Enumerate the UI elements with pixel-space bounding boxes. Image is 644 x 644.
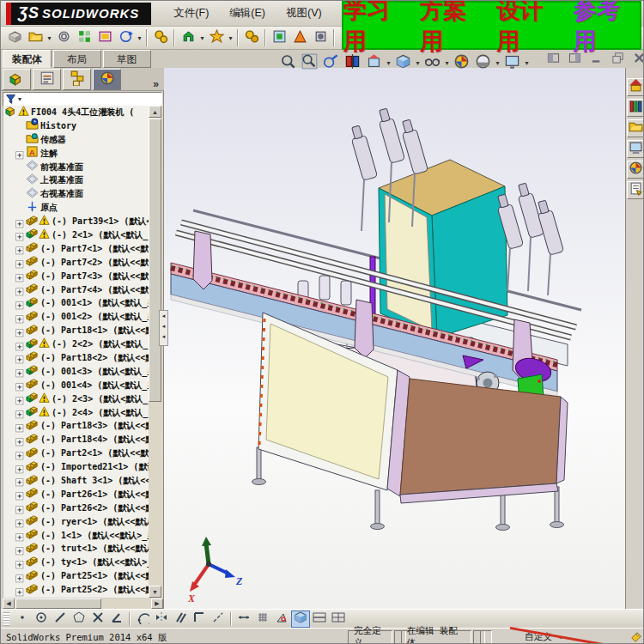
expand-icon[interactable] (15, 217, 25, 227)
gears-button[interactable] (241, 28, 262, 48)
mirror-button[interactable] (152, 611, 171, 628)
fm-tabs-overflow[interactable]: » (153, 78, 159, 90)
model-machine-box[interactable] (379, 160, 507, 337)
grid-snap-button[interactable] (253, 611, 272, 628)
caret-down-icon[interactable]: ▾ (523, 59, 531, 67)
caret-down-icon[interactable]: ▾ (46, 34, 53, 42)
smart-fasteners-button[interactable] (206, 28, 227, 48)
circle-button[interactable] (32, 611, 51, 628)
mate-button[interactable] (53, 28, 74, 48)
taskpane-appearances-scenes-button[interactable] (627, 161, 644, 179)
scroll-up-button[interactable]: ▲ (149, 106, 161, 118)
expand-icon[interactable] (15, 326, 25, 336)
scroll-right-button[interactable]: ▶ (151, 598, 163, 609)
open-button[interactable] (25, 28, 46, 48)
parallel-button[interactable] (171, 611, 190, 628)
expand-icon[interactable] (15, 503, 25, 513)
taskpane-file-explorer-button[interactable] (627, 119, 644, 137)
caret-down-icon[interactable]: ▾ (136, 34, 143, 42)
expand-icon[interactable] (15, 517, 25, 526)
expand-icon[interactable] (15, 558, 25, 568)
tree-filter-input[interactable] (24, 94, 161, 105)
interference-detection-button[interactable] (289, 28, 310, 48)
assembly-features-button[interactable] (150, 28, 171, 48)
expand-icon[interactable] (15, 435, 25, 445)
angle-snap-button[interactable] (272, 611, 291, 628)
scroll-thumb[interactable] (15, 598, 101, 609)
expand-icon[interactable] (15, 299, 25, 308)
caret-down-icon[interactable]: ▾ (414, 59, 422, 67)
zoom-area-button[interactable] (299, 52, 320, 74)
expand-icon[interactable] (15, 586, 25, 595)
menu-item-E[interactable]: 编辑(E) (219, 3, 276, 24)
centerline-button[interactable] (209, 611, 228, 628)
exploded-view-button[interactable] (269, 28, 289, 48)
expand-icon[interactable] (15, 258, 25, 267)
caret-down-icon[interactable]: ▾ (443, 59, 451, 67)
angle-button[interactable] (107, 611, 126, 628)
fm-tab-property-manager[interactable] (33, 69, 61, 90)
menu-item-F[interactable]: 文件(F) (163, 3, 219, 24)
filter-funnel-icon[interactable] (3, 94, 18, 105)
edit-component-button[interactable] (94, 28, 115, 48)
view-cube-button[interactable] (291, 611, 310, 628)
line-button[interactable] (51, 611, 70, 628)
scroll-left-button[interactable]: ◀ (3, 598, 15, 609)
expand-icon[interactable] (15, 572, 25, 581)
pane-grid-button[interactable] (329, 611, 348, 628)
expand-icon[interactable] (15, 449, 25, 459)
caret-down-icon[interactable]: ▾ (198, 34, 206, 42)
tree-item[interactable]: (-) Part25<2> (默认<<默 (3, 583, 149, 597)
expand-icon[interactable] (15, 340, 25, 349)
component-pattern-button[interactable] (74, 28, 94, 48)
expand-icon[interactable] (15, 313, 25, 322)
taskpane-custom-properties-button[interactable] (627, 181, 644, 199)
expand-icon[interactable] (15, 367, 25, 376)
rotate-component-button[interactable] (115, 28, 136, 48)
expand-icon[interactable] (15, 408, 25, 417)
expand-icon[interactable] (15, 230, 25, 240)
graphics-area[interactable]: ◂◂◂ (164, 68, 625, 611)
fm-tab-configuration-manager[interactable] (63, 69, 91, 90)
fm-tab-display-manager[interactable] (93, 69, 121, 90)
zoom-fit-button[interactable] (277, 52, 299, 74)
tab-草图[interactable]: 草图 (103, 50, 151, 68)
assembly-model[interactable]: X Z (164, 76, 625, 611)
scroll-down-button[interactable]: ▼ (149, 586, 161, 598)
taskpane-home-button[interactable] (627, 78, 644, 96)
tree-vertical-scrollbar[interactable]: ▲ ▼ (149, 106, 163, 598)
expand-icon[interactable] (15, 149, 25, 158)
tangent-arc-button[interactable] (133, 611, 152, 628)
fm-tab-feature-tree[interactable] (3, 69, 31, 90)
caret-down-icon[interactable]: ▾ (494, 59, 501, 67)
taskpane-design-library-button[interactable] (627, 99, 644, 117)
menu-item-V[interactable]: 视图(V) (276, 3, 332, 24)
expand-icon[interactable] (15, 476, 25, 485)
expand-icon[interactable] (15, 394, 25, 404)
polygon-button[interactable] (70, 611, 88, 628)
expand-icon[interactable] (15, 244, 25, 253)
expand-icon[interactable] (15, 531, 25, 540)
insert-component-button[interactable] (4, 28, 25, 48)
filter-caret-icon[interactable]: ▾ (18, 95, 21, 103)
expand-icon[interactable] (15, 463, 25, 472)
caret-down-icon[interactable]: ▾ (227, 34, 234, 42)
tab-布局[interactable]: 布局 (53, 50, 101, 68)
expand-icon[interactable] (15, 353, 25, 362)
scroll-thumb[interactable] (149, 118, 161, 402)
trim-entities-button[interactable] (88, 611, 107, 628)
dimension-button[interactable] (234, 611, 253, 628)
tag-icon[interactable] (630, 631, 642, 644)
point-button[interactable] (13, 611, 32, 628)
corner-rectangle-button[interactable] (190, 611, 209, 628)
expand-icon[interactable] (15, 422, 25, 431)
move-component-button[interactable] (178, 28, 198, 48)
expand-icon[interactable] (15, 544, 25, 554)
taskpane-view-palette-button[interactable] (627, 140, 644, 158)
toolbar-drag-handle[interactable] (3, 612, 9, 626)
caret-down-icon[interactable]: ▾ (385, 59, 392, 67)
expand-icon[interactable] (15, 489, 25, 499)
simulation-button[interactable] (310, 28, 331, 48)
expand-icon[interactable] (15, 285, 25, 295)
split-pane-button[interactable] (310, 611, 329, 628)
